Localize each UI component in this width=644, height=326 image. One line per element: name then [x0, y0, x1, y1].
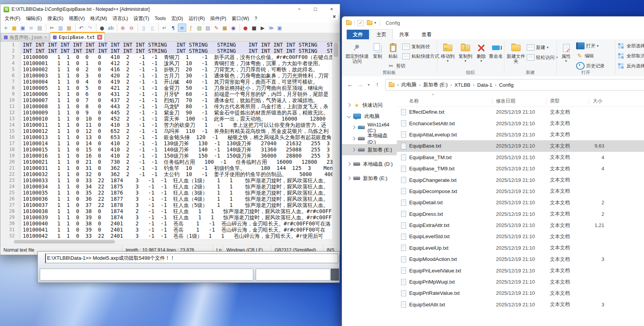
sidebar-item[interactable]: 新加卷 (E:)	[342, 144, 397, 155]
line-number[interactable]: 29	[1, 214, 18, 220]
sidebar-item[interactable]: Win11x64 (C:)	[342, 122, 397, 133]
zoom-out-icon[interactable]: ⊖	[128, 24, 135, 32]
redo-icon[interactable]: ↷	[86, 24, 94, 32]
breadcrumb-item[interactable]: XTLBB	[455, 82, 470, 88]
line-number[interactable]: 1	[1, 42, 18, 48]
line-text[interactable]: 10100006 1 1 0 6 0 431 2 -1 -1 月牙铲 60 -1…	[21, 91, 333, 97]
sidebar-item[interactable]: 本地磁盘 (D:)	[342, 133, 397, 144]
quick-access-toolbar[interactable]: ✓ ▼ Config	[342, 17, 644, 29]
line-text[interactable]: INT INT INT INT INT INT INT INT INT INT …	[21, 48, 333, 54]
file-row[interactable]: EquipPriLevelValue.txt 2025/12/19 21:10 …	[397, 265, 644, 276]
file-row[interactable]: EquipSetAttr.txt 2025/12/19 21:10 文本文档 3	[397, 299, 644, 310]
new-folder-quick-icon[interactable]	[367, 21, 373, 25]
line-number[interactable]: 28	[1, 208, 18, 214]
line-number[interactable]: 19	[1, 153, 18, 159]
up-button[interactable]: ↑	[372, 81, 382, 88]
tab-close-icon[interactable]: ×	[44, 35, 47, 39]
line-text[interactable]: 10100033 1 1 0 33 22 1874 3 -1 -1 狂人血（1级…	[21, 177, 333, 183]
document-tab[interactable]: 免责声明.json ×	[1, 33, 49, 41]
column-header-name[interactable]: 名称	[409, 98, 419, 104]
cut-button[interactable]: ✂ 剪切	[388, 62, 405, 70]
copy-path-button[interactable]: 复制路径	[402, 42, 430, 51]
line-number[interactable]: 32	[1, 233, 18, 239]
breadcrumb-item[interactable]: Config	[499, 82, 514, 88]
menu-item[interactable]: 语言(L)	[110, 14, 131, 23]
copy-to-button[interactable]: 复制到 ▼	[457, 42, 474, 63]
line-text[interactable]: 10100000 1 1 0 0 0 410 2 -1 -1 青铜刀 1 -1 …	[21, 54, 333, 60]
address-breadcrumb-bar[interactable]: › 此电脑 › 新加卷 (E:) › XTLBB › Data-1 › Conf…	[385, 79, 644, 91]
replace-icon[interactable]: ab	[107, 24, 115, 32]
line-text[interactable]: 10100010 1 1 0 10 0 452 2 -1 -1 震天斧 100 …	[21, 116, 333, 122]
find-icon[interactable]: ●	[96, 24, 106, 32]
save-icon[interactable]: ▣	[19, 24, 27, 32]
menu-item[interactable]: 插件(P)	[207, 14, 229, 23]
column-header-type[interactable]: 类型	[550, 98, 560, 104]
line-text[interactable]: 10100008 1 1 0 8 0 443 2 -1 -1 乌龙铲 80 -1…	[21, 103, 333, 109]
properties-quick-icon[interactable]: ✓	[357, 20, 364, 26]
column-header-size[interactable]: 大小	[593, 98, 602, 104]
rename-button[interactable]: 重命名	[487, 42, 505, 59]
expand-chevron-icon[interactable]	[352, 148, 356, 152]
line-number[interactable]: 18	[1, 146, 18, 153]
line-number[interactable]: 10	[1, 97, 18, 103]
line-text[interactable]: 10100036 1 1 0 36 22 1877 3 -1 -1 狂人血（4级…	[21, 196, 333, 202]
line-text[interactable]: 10100005 1 1 0 5 0 421 2 -1 -1 金背刀 50 -1…	[21, 85, 333, 91]
hidden-window-close-icon[interactable]: ×	[331, 13, 337, 20]
sidebar-item[interactable]: 本地磁盘 (D:)	[342, 158, 397, 170]
menu-item[interactable]: 编辑(E)	[23, 14, 45, 23]
run-multi-macro-icon[interactable]: ≫	[267, 24, 275, 32]
line-number[interactable]: 21	[1, 165, 18, 171]
line-text[interactable]: 10100037 1 1 0 37 22 1878 3 -1 -1 狂人血（5级…	[21, 202, 333, 208]
select-all-button[interactable]: 全部选择	[618, 42, 644, 50]
file-row[interactable]: EquipBase_TM9.txt 2025/12/19 21:10 文本文档 …	[397, 163, 644, 174]
ribbon-tab[interactable]: 文件	[347, 30, 369, 39]
print-icon[interactable]: ▤	[36, 24, 44, 32]
horizontal-scrollbar[interactable]	[1, 239, 339, 245]
play-macro-icon[interactable]: ▶	[259, 24, 266, 32]
open-button[interactable]: 打开 ▼	[576, 42, 599, 50]
file-row[interactable]: EquipDetail.txt 2025/12/19 21:10 文本文档 2	[397, 197, 644, 208]
zoom-in-icon[interactable]: ⊕	[117, 24, 127, 32]
doc-map-icon[interactable]: ▧	[196, 24, 203, 32]
close-button[interactable]: ×	[324, 4, 340, 14]
line-text[interactable]: 10100042 1 1 0 33 22 2401 3 -1 -1 苍岳（1级）…	[21, 233, 333, 239]
maximize-button[interactable]: □	[307, 4, 324, 14]
line-number[interactable]: 3	[1, 54, 18, 60]
line-text[interactable]: 10100011 1 1 0 11 0 410 3 -1 -1 苦力的砍柴刀 1…	[21, 122, 333, 128]
file-row[interactable]: EquipMoodAction.txt 2025/12/19 21:10 文本文…	[397, 254, 644, 265]
line-number[interactable]: 26	[1, 196, 18, 202]
copy-button[interactable]: 复制	[370, 42, 385, 59]
menu-item[interactable]: 文件(F)	[2, 14, 23, 23]
word-wrap-icon[interactable]: ↵	[158, 24, 169, 32]
undo-icon[interactable]: ↶	[75, 24, 85, 32]
line-number[interactable]: 20	[1, 159, 18, 165]
line-number[interactable]: 30	[1, 220, 18, 227]
edit-button[interactable]: ✎ 编辑	[576, 52, 594, 60]
menu-item[interactable]: 宏(O)	[169, 14, 186, 23]
menu-item[interactable]: 视图(V)	[66, 14, 88, 23]
line-number[interactable]: 11	[1, 103, 18, 109]
sidebar-item[interactable]: 快速访问	[342, 99, 397, 111]
line-text[interactable]: 10100001 1 1 0 1 0 412 2 -1 -1 泼风刀 10 -1…	[21, 60, 333, 66]
line-text[interactable]: 10100002 1 1 0 2 0 416 2 -1 -1 折铁刀 20 -1…	[21, 66, 333, 72]
record-macro-icon[interactable]: ●	[239, 24, 250, 32]
line-text[interactable]: 10100015 1 1 0 15 0 410 2 -1 -1 140级刀斧 1…	[21, 146, 333, 153]
new-file-icon[interactable]: +	[2, 24, 10, 32]
line-number[interactable]: 31	[1, 227, 18, 233]
delete-button[interactable]: × 删除 ▼	[474, 42, 488, 63]
line-number[interactable]: 22	[1, 171, 18, 177]
expand-chevron-icon[interactable]	[352, 126, 356, 129]
open-file-icon[interactable]: ■	[10, 24, 18, 32]
menu-item[interactable]: ?	[252, 14, 260, 23]
menu-item[interactable]: 运行(R)	[186, 14, 207, 23]
line-number[interactable]: 25	[1, 190, 18, 196]
file-row[interactable]: EquipAttaLevelup.txt 2025/12/19 21:10 文本…	[397, 129, 644, 140]
line-text[interactable]: 10100038 1 1 0 38 0 1874 2 -1 -1 狂人血 1 1…	[21, 208, 333, 214]
file-row[interactable]: EquipDecompose.txt 2025/12/19 21:10 文本文档	[397, 186, 644, 197]
column-divider[interactable]	[546, 98, 546, 104]
indent-guide-icon[interactable]: ≡	[178, 24, 186, 32]
properties-button[interactable]: 属性 ▼	[558, 42, 574, 63]
sidebar-item[interactable]: 新加卷 (E:)	[342, 173, 397, 184]
menu-item[interactable]: 搜索(S)	[45, 14, 66, 23]
line-text[interactable]: 10100021 1 1 0 21 0 730 2 -1 -1 任务临时占用 1…	[21, 159, 333, 165]
